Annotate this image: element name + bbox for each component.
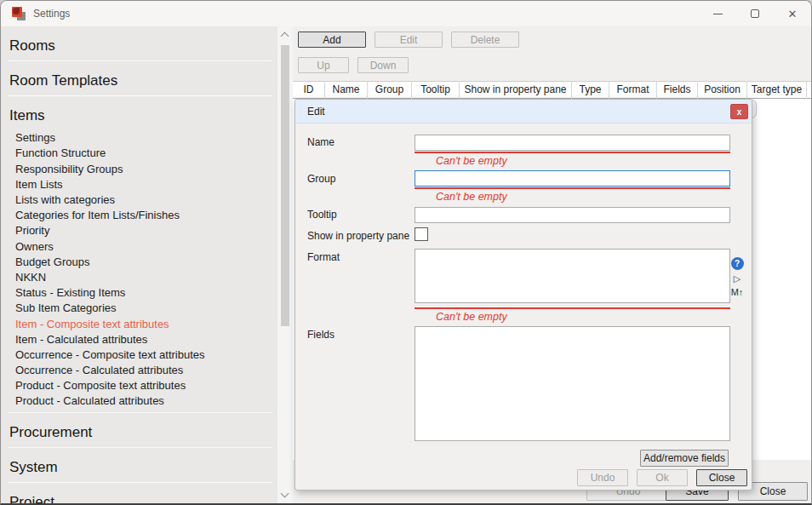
minimize-button[interactable]: [699, 1, 736, 26]
close-window-button[interactable]: ✕: [774, 1, 811, 26]
name-error-text: Can't be empty: [436, 155, 752, 167]
minimize-icon: [713, 14, 723, 14]
sidebar-section-project[interactable]: Project: [9, 493, 277, 503]
column-header-name[interactable]: Name: [325, 81, 368, 99]
section-divider: [8, 95, 272, 96]
sidebar-item-settings[interactable]: Settings: [1, 130, 277, 146]
sidebar-item-function-structure[interactable]: Function Structure: [1, 146, 277, 161]
close-icon: ✕: [788, 9, 798, 20]
sidebar-item-responsibility-groups[interactable]: Responsibility Groups: [1, 161, 277, 176]
name-error-underline: [415, 152, 730, 153]
dialog-close-button[interactable]: x: [730, 104, 748, 119]
format-field[interactable]: [415, 249, 730, 303]
scroll-down-icon[interactable]: [281, 490, 289, 498]
sidebar-item-lists-with-categories[interactable]: Lists with categories: [1, 192, 277, 208]
format-label: Format: [307, 249, 415, 309]
group-label: Group: [307, 170, 415, 190]
format-error-text: Can't be empty: [436, 311, 752, 323]
up-button[interactable]: Up: [298, 57, 349, 73]
column-header-format[interactable]: Format: [609, 81, 657, 99]
column-header-target-type[interactable]: Target type: [747, 81, 807, 99]
sidebar: RoomsRoom TemplatesItemsSettingsFunction…: [1, 26, 277, 503]
scroll-up-icon[interactable]: [281, 32, 289, 41]
scrollbar-thumb[interactable]: [281, 45, 289, 326]
sidebar-scrollbar[interactable]: [277, 26, 293, 503]
show-in-property-pane-label: Show in property pane: [307, 227, 415, 244]
maximize-icon: [751, 9, 759, 18]
sidebar-item-item-calculated-attributes[interactable]: Item - Calculated attributes: [1, 331, 277, 347]
sidebar-item-priority[interactable]: Priority: [1, 223, 277, 238]
tooltip-field[interactable]: [415, 207, 730, 223]
maximize-button[interactable]: [736, 1, 774, 26]
column-header-id[interactable]: ID: [293, 81, 325, 99]
macro-insert-icon[interactable]: M↑: [729, 287, 746, 298]
sidebar-item-sub-item-categories[interactable]: Sub Item Categories: [1, 301, 277, 316]
section-divider: [8, 447, 272, 448]
column-header-tooltip[interactable]: Tooltip: [412, 81, 460, 99]
edit-dialog-header: Edit x: [295, 100, 752, 123]
fields-label: Fields: [307, 326, 415, 445]
sidebar-item-budget-groups[interactable]: Budget Groups: [1, 255, 277, 270]
section-divider: [8, 60, 272, 61]
section-divider: [8, 412, 272, 413]
sidebar-item-status-existing-items[interactable]: Status - Existing Items: [1, 285, 277, 301]
settings-window: Settings ✕ RoomsRoom TemplatesItemsSetti…: [0, 0, 812, 505]
delete-button[interactable]: Delete: [451, 32, 519, 48]
sidebar-item-item-composite-text-attributes[interactable]: Item - Composite text attributes: [1, 316, 277, 331]
sidebar-item-item-lists[interactable]: Item Lists: [1, 177, 277, 192]
dialog-close-footer-button[interactable]: Close: [696, 469, 747, 486]
sidebar-item-nkkn[interactable]: NKKN: [1, 270, 277, 285]
sidebar-section-room-templates[interactable]: Room Templates: [9, 72, 277, 90]
sidebar-item-occurrence-calculated-attributes[interactable]: Occurrence - Calculated attributes: [1, 363, 277, 378]
sidebar-item-owners[interactable]: Owners: [1, 238, 277, 254]
name-label: Name: [307, 134, 415, 153]
group-field[interactable]: [415, 170, 730, 187]
run-format-icon[interactable]: ▷: [729, 273, 746, 284]
edit-dialog-title: Edit: [307, 106, 325, 118]
column-header-filler: [807, 81, 811, 99]
edit-dialog: Edit x Name Can't be empty Group C: [294, 99, 752, 491]
add-remove-fields-button[interactable]: Add/remove fields: [640, 450, 729, 467]
window-title: Settings: [33, 8, 70, 20]
title-bar: Settings ✕: [1, 1, 811, 26]
table-header: IDNameGroupTooltipShow in property paneT…: [293, 81, 811, 99]
group-error-text: Can't be empty: [436, 191, 752, 203]
sidebar-item-categories-for-item-lists-finishes[interactable]: Categories for Item Lists/Finishes: [1, 208, 277, 223]
down-button[interactable]: Down: [357, 57, 409, 73]
help-icon[interactable]: ?: [731, 257, 744, 270]
column-header-show-in-property-pane[interactable]: Show in property pane: [460, 81, 572, 99]
sidebar-section-system[interactable]: System: [9, 458, 277, 477]
name-field[interactable]: [415, 135, 730, 151]
group-error-underline: [415, 187, 730, 189]
column-header-position[interactable]: Position: [698, 81, 747, 99]
column-header-group[interactable]: Group: [368, 81, 412, 99]
edit-button[interactable]: Edit: [375, 32, 443, 48]
sidebar-item-occurrence-composite-text-attributes[interactable]: Occurrence - Composite text attributes: [1, 347, 277, 363]
format-error-underline: [415, 307, 730, 309]
column-header-fields[interactable]: Fields: [657, 81, 698, 99]
fields-field[interactable]: [415, 326, 730, 441]
sidebar-section-items[interactable]: Items: [9, 106, 277, 125]
dialog-ok-button[interactable]: Ok: [637, 469, 688, 486]
dialog-undo-button[interactable]: Undo: [577, 469, 628, 486]
sidebar-section-rooms[interactable]: Rooms: [9, 37, 277, 55]
show-in-property-pane-checkbox[interactable]: [415, 227, 428, 241]
section-divider: [8, 482, 272, 483]
column-header-type[interactable]: Type: [572, 81, 609, 99]
sidebar-item-product-calculated-attributes[interactable]: Product - Calculated attributes: [1, 393, 277, 409]
app-logo-icon: [12, 7, 26, 20]
tooltip-label: Tooltip: [307, 206, 415, 223]
add-button[interactable]: Add: [298, 32, 366, 48]
sidebar-item-product-composite-text-attributes[interactable]: Product - Composite text attributes: [1, 378, 277, 393]
sidebar-section-procurement[interactable]: Procurement: [9, 423, 277, 442]
